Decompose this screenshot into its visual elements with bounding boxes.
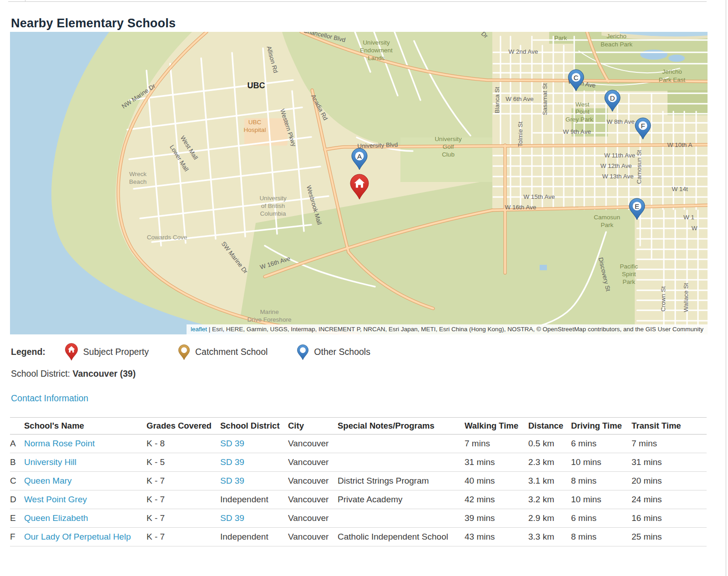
- walking-time: 31 mins: [465, 457, 528, 467]
- map-label: University: [259, 195, 287, 202]
- attribution-credits: Esri, HERE, Garmin, USGS, Intermap, INCR…: [212, 326, 703, 333]
- school-district-cell[interactable]: SD 39: [220, 439, 288, 449]
- map-label: Cowards Cove: [147, 234, 187, 241]
- legend-item-label: Other Schools: [314, 347, 370, 357]
- map-label: Camosun St: [636, 150, 642, 184]
- top-border: [8, 1, 707, 2]
- contact-information-link[interactable]: Contact Information: [11, 393, 88, 403]
- svg-text:A: A: [357, 152, 362, 160]
- school-district-label: School District:: [11, 369, 72, 379]
- map-label: Sasamat St: [541, 83, 548, 115]
- map-label: Columbia: [260, 210, 286, 217]
- map-label: Park: [554, 35, 567, 41]
- legend-item-label: Subject Property: [83, 347, 149, 357]
- school-district-cell[interactable]: SD 39: [220, 457, 288, 467]
- school-name-link[interactable]: West Point Grey: [24, 495, 147, 505]
- city: Vancouver: [288, 495, 338, 505]
- map-label: W 14t: [672, 186, 688, 192]
- map-label: of British: [261, 202, 285, 209]
- map-label: Blanca St: [494, 87, 500, 113]
- walking-time: 43 mins: [465, 532, 528, 542]
- map-label: Club: [442, 151, 455, 158]
- map-label: Golf: [443, 143, 454, 150]
- leaflet-link[interactable]: leaflet: [191, 326, 207, 333]
- legend-item-other: Other Schools: [297, 343, 370, 361]
- legend-caption: Legend:: [11, 347, 46, 357]
- school-name-link[interactable]: Our Lady Of Perpetual Help: [24, 532, 147, 542]
- driving-time: 8 mins: [571, 532, 632, 542]
- page-title: Nearby Elementary Schools: [11, 16, 176, 30]
- column-header: School's Name: [24, 421, 147, 431]
- map-label: Marine: [260, 308, 278, 315]
- school-district-line: School District: Vancouver (39): [11, 369, 136, 379]
- map-label: Spirit: [622, 271, 636, 278]
- driving-time: 10 mins: [571, 495, 632, 505]
- top-border-tick: [25, 0, 25, 1]
- map-label: W 16th Ave: [505, 204, 536, 211]
- school-district-cell: Independent: [220, 532, 288, 542]
- driving-time: 10 mins: [571, 457, 632, 467]
- map-label: W 9th Ave: [563, 128, 591, 135]
- svg-text:D: D: [610, 94, 615, 102]
- distance: 0.5 km: [528, 439, 571, 449]
- attribution-separator: |: [209, 326, 212, 333]
- other-schools-pin-icon: [297, 343, 309, 361]
- map-label: West: [576, 101, 590, 108]
- school-district-cell[interactable]: SD 39: [220, 513, 288, 523]
- school-name-link[interactable]: Queen Mary: [24, 476, 147, 486]
- walking-time: 42 mins: [465, 495, 528, 505]
- school-name-link[interactable]: Norma Rose Point: [24, 439, 147, 449]
- map-label: Drive Foreshore: [248, 316, 292, 323]
- column-header: Special Notes/Programs: [338, 421, 465, 431]
- map-label: Grey Park: [566, 116, 593, 123]
- map-label: Park East: [659, 76, 686, 83]
- walking-time: 7 mins: [465, 439, 528, 449]
- school-name-link[interactable]: University Hill: [24, 457, 147, 467]
- row-letter: C: [10, 476, 24, 486]
- school-name-link[interactable]: Queen Elizabeth: [24, 513, 147, 523]
- city: Vancouver: [288, 513, 338, 523]
- row-letter: D: [10, 495, 24, 505]
- driving-time: 6 mins: [571, 513, 632, 523]
- distance: 2.9 km: [528, 513, 571, 523]
- row-letter: A: [10, 439, 24, 449]
- schools-table: School's NameGrades CoveredSchool Distri…: [10, 417, 707, 546]
- column-header: Transit Time: [632, 421, 707, 431]
- map-label: Wallace St: [682, 283, 689, 312]
- schools-map[interactable]: Chancellor BlvdDrUniversityEndowmentLand…: [10, 32, 708, 334]
- column-header: Walking Time: [465, 421, 528, 431]
- transit-time: 7 mins: [632, 439, 707, 449]
- map-label: Jericho: [607, 33, 627, 40]
- school-district-value: Vancouver (39): [72, 369, 136, 379]
- table-row: BUniversity HillK - 5SD 39Vancouver31 mi…: [10, 453, 707, 472]
- transit-time: 16 mins: [632, 513, 707, 523]
- map-label: W 13th Ave: [602, 173, 634, 180]
- transit-time: 31 mins: [632, 457, 707, 467]
- row-letter: B: [10, 457, 24, 467]
- map-label: Tolmie St: [517, 121, 524, 147]
- svg-text:F: F: [641, 122, 645, 130]
- map-label: W 8th Ave: [607, 118, 634, 125]
- row-letter: E: [10, 513, 24, 523]
- city: Vancouver: [288, 532, 338, 542]
- transit-time: 24 mins: [632, 495, 707, 505]
- school-district-cell[interactable]: SD 39: [220, 476, 288, 486]
- subject-property-pin-icon: [65, 342, 78, 361]
- driving-time: 8 mins: [571, 476, 632, 486]
- grades-covered: K - 7: [147, 513, 220, 523]
- map-label: Beach: [129, 178, 147, 185]
- table-row: DWest Point GreyK - 7IndependentVancouve…: [10, 490, 707, 509]
- map-label: W 15th Ave: [524, 193, 555, 200]
- table-header-row: School's NameGrades CoveredSchool Distri…: [10, 417, 707, 435]
- grades-covered: K - 7: [147, 476, 220, 486]
- catchment-school-pin-icon: [178, 343, 190, 361]
- map-label: W 2nd Ave: [508, 48, 538, 55]
- map-canvas[interactable]: Chancellor BlvdDrUniversityEndowmentLand…: [10, 32, 708, 334]
- transit-time: 20 mins: [632, 476, 707, 486]
- map-label: University: [435, 136, 462, 142]
- transit-time: 25 mins: [632, 532, 707, 542]
- distance: 3.2 km: [528, 495, 571, 505]
- map-label: Pacific: [620, 263, 638, 270]
- legend-item-label: Catchment School: [195, 347, 268, 357]
- grades-covered: K - 7: [147, 495, 220, 505]
